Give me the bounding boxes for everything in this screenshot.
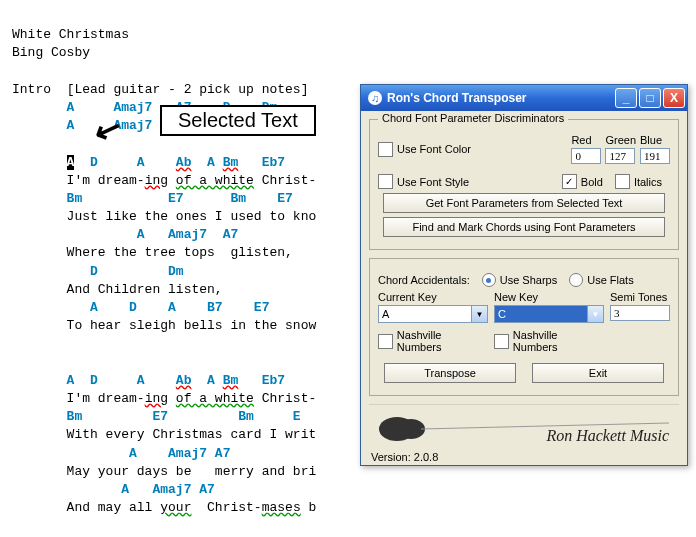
use-sharps-radio[interactable]	[482, 273, 496, 287]
use-font-style-label: Use Font Style	[397, 176, 469, 188]
red-input[interactable]	[571, 148, 601, 164]
exit-button[interactable]: Exit	[532, 363, 664, 383]
red-label: Red	[571, 134, 601, 146]
use-flats-label: Use Flats	[587, 274, 633, 286]
svg-point-3	[397, 419, 425, 439]
green-label: Green	[605, 134, 636, 146]
chord-line: D Dm	[67, 264, 184, 279]
lyric-line: And Children listen,	[67, 282, 223, 297]
lyric-line: I'm dream-ing of a white Christ-	[67, 173, 317, 188]
find-mark-chords-button[interactable]: Find and Mark Chords using Font Paramete…	[383, 217, 665, 237]
guitar-icon: Ron Hackett Music ♫	[369, 405, 679, 447]
italics-label: Italics	[634, 176, 662, 188]
new-key-label: New Key	[494, 291, 604, 303]
blue-label: Blue	[640, 134, 670, 146]
current-key-select[interactable]: A▼	[378, 305, 488, 323]
group-title: Chord Font Parameter Discriminators	[378, 112, 568, 124]
get-font-params-button[interactable]: Get Font Parameters from Selected Text	[383, 193, 665, 213]
brand-area: Ron Hackett Music ♫	[369, 404, 679, 447]
chord-line: A Amaj7 A7	[67, 227, 239, 242]
lyric-line: To hear sleigh bells in the snow	[67, 318, 317, 333]
chord-line: A Amaj7 A7	[67, 482, 215, 497]
nashville-label-2: Nashville Numbers	[513, 329, 604, 353]
semitones-input[interactable]	[610, 305, 670, 321]
transpose-button[interactable]: Transpose	[384, 363, 516, 383]
blue-input[interactable]	[640, 148, 670, 164]
transposer-window: ♫ Ron's Chord Transposer _ □ X Chord Fon…	[360, 84, 688, 466]
bold-label: Bold	[581, 176, 603, 188]
chevron-down-icon: ▼	[587, 306, 603, 322]
green-input[interactable]	[605, 148, 635, 164]
svg-text:♫: ♫	[371, 92, 379, 104]
lyric-line: May your days be merry and bri	[67, 464, 317, 479]
nashville-numbers-checkbox-1[interactable]	[378, 334, 393, 349]
svg-text:Ron Hackett Music: Ron Hackett Music	[545, 427, 669, 444]
transpose-group: Chord Accidentals: Use Sharps Use Flats …	[369, 258, 679, 396]
lyric-line: I'm dream-ing of a white Christ-	[67, 391, 317, 406]
maximize-button[interactable]: □	[639, 88, 661, 108]
use-font-color-label: Use Font Color	[397, 143, 471, 155]
lyric-line: And may all your Christ-mases b	[67, 500, 317, 515]
titlebar[interactable]: ♫ Ron's Chord Transposer _ □ X	[361, 85, 687, 111]
callout-label: Selected Text	[160, 105, 316, 136]
minimize-button[interactable]: _	[615, 88, 637, 108]
accidentals-label: Chord Accidentals:	[378, 274, 470, 286]
italics-checkbox[interactable]	[615, 174, 630, 189]
song-artist: Bing Cosby	[12, 45, 90, 60]
version-label: Version: 2.0.8	[371, 451, 677, 463]
app-icon: ♫	[367, 90, 383, 106]
lyric-line: With every Christmas card I writ	[67, 427, 317, 442]
intro-note: [Lead guitar - 2 pick up notes]	[67, 82, 309, 97]
window-title: Ron's Chord Transposer	[387, 91, 613, 105]
song-title: White Christmas	[12, 27, 129, 42]
new-key-select[interactable]: C▼	[494, 305, 604, 323]
chord-line: A D A B7 E7	[67, 300, 270, 315]
lyric-line: Where the tree tops glisten,	[67, 245, 293, 260]
close-button[interactable]: X	[663, 88, 685, 108]
nashville-numbers-checkbox-2[interactable]	[494, 334, 509, 349]
chord-line: A Amaj7 A7	[67, 446, 231, 461]
nashville-label-1: Nashville Numbers	[397, 329, 488, 353]
chord-line: D A Ab A Bm Eb7	[74, 155, 285, 170]
use-flats-radio[interactable]	[569, 273, 583, 287]
chord-line: Bm E7 Bm E7	[67, 191, 293, 206]
semitones-label: Semi Tones	[610, 291, 670, 303]
use-font-color-checkbox[interactable]	[378, 142, 393, 157]
font-parameters-group: Chord Font Parameter Discriminators Use …	[369, 119, 679, 250]
svg-text:♫: ♫	[677, 406, 679, 422]
use-font-style-checkbox[interactable]	[378, 174, 393, 189]
intro-label: Intro	[12, 82, 51, 97]
lyric-line: Just like the ones I used to kno	[67, 209, 317, 224]
chord-line: A D A Ab A Bm Eb7	[67, 373, 285, 388]
use-sharps-label: Use Sharps	[500, 274, 557, 286]
chord-line: Bm E7 Bm E	[67, 409, 301, 424]
current-key-label: Current Key	[378, 291, 488, 303]
bold-checkbox[interactable]	[562, 174, 577, 189]
chevron-down-icon: ▼	[471, 306, 487, 322]
